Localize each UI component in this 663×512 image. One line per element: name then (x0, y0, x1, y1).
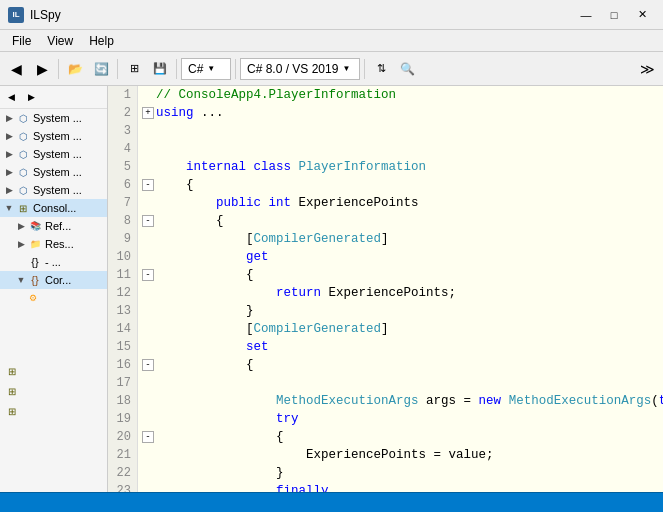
res-icon: 📁 (28, 237, 42, 251)
namespace-icon: ⬡ (16, 165, 30, 179)
open-button[interactable]: 📂 (63, 57, 87, 81)
fold-button-20[interactable]: - (142, 431, 154, 443)
sidebar-nav-left[interactable]: ◀ (2, 88, 20, 106)
line-numbers: 1 2 3 4 5 6 7 8 9 10 11 12 13 14 15 16 1… (108, 86, 138, 492)
minimize-button[interactable]: — (573, 5, 599, 25)
expand-arrow: ▶ (14, 237, 28, 251)
item-icon: {} (28, 255, 42, 269)
member-icon: ⚙ (26, 291, 40, 305)
tree-item-child4[interactable] (0, 343, 107, 361)
separator-5 (364, 59, 365, 79)
refresh-button[interactable]: 🔄 (89, 57, 113, 81)
separator-3 (176, 59, 177, 79)
copy-button[interactable]: ⊞ (122, 57, 146, 81)
code-line-20: - { (142, 428, 663, 446)
code-lines: // ConsoleApp4.PlayerInformation + using… (138, 86, 663, 492)
app-title: ILSpy (30, 8, 573, 22)
toolbar: ◀ ▶ 📂 🔄 ⊞ 💾 C# ▼ C# 8.0 / VS 2019 ▼ ⇅ 🔍 … (0, 52, 663, 86)
more-button[interactable]: ≫ (635, 57, 659, 81)
app-icon: IL (8, 7, 24, 23)
code-line-23: finally (142, 482, 663, 492)
code-line-3 (142, 122, 663, 140)
tree-item-child2[interactable] (0, 307, 107, 325)
sidebar-tree: ◀ ▶ ▶ ⬡ System ... ▶ ⬡ System ... ▶ ⬡ Sy… (0, 86, 107, 492)
code-line-12: return ExperiencePoints; (142, 284, 663, 302)
code-line-19: try (142, 410, 663, 428)
code-line-1: // ConsoleApp4.PlayerInformation (142, 86, 663, 104)
namespace-icon: ⬡ (16, 183, 30, 197)
version-dropdown[interactable]: C# 8.0 / VS 2019 ▼ (240, 58, 360, 80)
tree-item-system1[interactable]: ▶ ⬡ System ... (0, 109, 107, 127)
ref-icon: 📚 (28, 219, 42, 233)
tree-item-dash[interactable]: {} - ... (0, 253, 107, 271)
separator-2 (117, 59, 118, 79)
code-line-8: - { (142, 212, 663, 230)
member-icon (26, 309, 40, 323)
tree-item-references[interactable]: ▶ 📚 Ref... (0, 217, 107, 235)
tree-item-assembly4[interactable]: ⊞ (0, 401, 107, 421)
sidebar: ◀ ▶ ▶ ⬡ System ... ▶ ⬡ System ... ▶ ⬡ Sy… (0, 86, 108, 492)
tree-item-system3[interactable]: ▶ ⬡ System ... (0, 145, 107, 163)
tree-item-system2[interactable]: ▶ ⬡ System ... (0, 127, 107, 145)
code-line-5: internal class PlayerInformation (142, 158, 663, 176)
fold-button-2[interactable]: + (142, 107, 154, 119)
tree-item-system4[interactable]: ▶ ⬡ System ... (0, 163, 107, 181)
code-line-17 (142, 374, 663, 392)
maximize-button[interactable]: □ (601, 5, 627, 25)
separator-1 (58, 59, 59, 79)
tree-item-system5[interactable]: ▶ ⬡ System ... (0, 181, 107, 199)
fold-button-16[interactable]: - (142, 359, 154, 371)
language-dropdown[interactable]: C# ▼ (181, 58, 231, 80)
search-button[interactable]: 🔍 (395, 57, 419, 81)
forward-button[interactable]: ▶ (30, 57, 54, 81)
code-line-21: ExperiencePoints = value; (142, 446, 663, 464)
assembly-icon4: ⊞ (8, 406, 16, 417)
title-bar: IL ILSpy — □ ✕ (0, 0, 663, 30)
sort-button[interactable]: ⇅ (369, 57, 393, 81)
code-line-11: - { (142, 266, 663, 284)
fold-button-11[interactable]: - (142, 269, 154, 281)
code-line-9: [CompilerGenerated] (142, 230, 663, 248)
namespace-icon: ⬡ (16, 147, 30, 161)
tree-item-assembly3[interactable]: ⊞ (0, 381, 107, 401)
code-line-2: + using ... (142, 104, 663, 122)
expand-arrow: ▶ (2, 111, 16, 125)
tree-item-child1[interactable]: ⚙ (0, 289, 107, 307)
code-line-13: } (142, 302, 663, 320)
code-line-7: public int ExperiencePoints (142, 194, 663, 212)
expand-arrow: ▶ (2, 165, 16, 179)
no-arrow (14, 255, 28, 269)
tree-item-child3[interactable] (0, 325, 107, 343)
member-icon (26, 345, 40, 359)
save-button[interactable]: 💾 (148, 57, 172, 81)
expand-arrow: ▶ (2, 183, 16, 197)
assembly-icon: ⊞ (16, 201, 30, 215)
window-controls: — □ ✕ (573, 5, 655, 25)
expand-arrow: ▶ (2, 147, 16, 161)
menu-file[interactable]: File (4, 32, 39, 50)
collapse-arrow: ▼ (14, 273, 28, 287)
code-panel[interactable]: 1 2 3 4 5 6 7 8 9 10 11 12 13 14 15 16 1… (108, 86, 663, 492)
fold-button-8[interactable]: - (142, 215, 154, 227)
menu-help[interactable]: Help (81, 32, 122, 50)
back-button[interactable]: ◀ (4, 57, 28, 81)
tree-item-core[interactable]: ▼ {} Cor... (0, 271, 107, 289)
namespace-icon: ⬡ (16, 129, 30, 143)
code-line-22: } (142, 464, 663, 482)
tree-item-resources[interactable]: ▶ 📁 Res... (0, 235, 107, 253)
code-line-10: get (142, 248, 663, 266)
fold-button-6[interactable]: - (142, 179, 154, 191)
status-bar (0, 492, 663, 512)
code-line-15: set (142, 338, 663, 356)
tree-item-console[interactable]: ▼ ⊞ Consol... (0, 199, 107, 217)
namespace-icon: ⬡ (16, 111, 30, 125)
menu-bar: File View Help (0, 30, 663, 52)
code-content: 1 2 3 4 5 6 7 8 9 10 11 12 13 14 15 16 1… (108, 86, 663, 492)
expand-arrow: ▶ (2, 129, 16, 143)
code-line-18: MethodExecutionArgs args = new MethodExe… (142, 392, 663, 410)
menu-view[interactable]: View (39, 32, 81, 50)
sidebar-nav-right[interactable]: ▶ (22, 88, 40, 106)
tree-item-assembly2[interactable]: ⊞ (0, 361, 107, 381)
close-button[interactable]: ✕ (629, 5, 655, 25)
code-line-4 (142, 140, 663, 158)
